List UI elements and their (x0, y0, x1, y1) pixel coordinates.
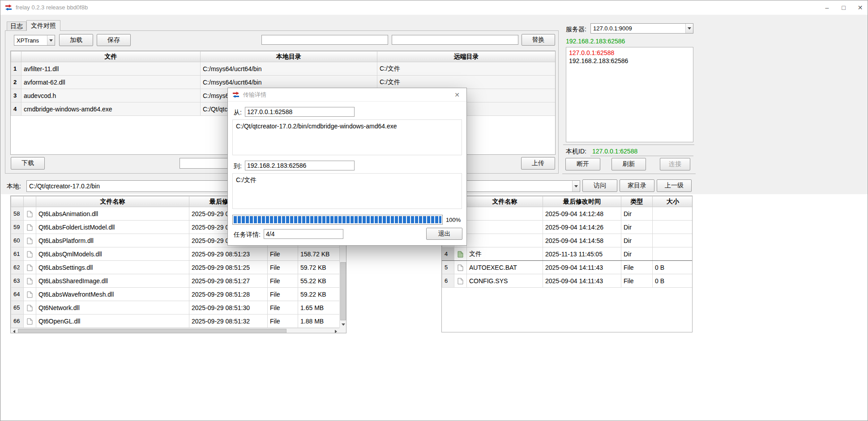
file-mtime-cell: 2025-09-04 14:11:43 (543, 261, 621, 274)
chevron-down-icon[interactable] (572, 181, 580, 191)
maximize-button[interactable]: □ (835, 0, 852, 15)
divider (562, 174, 696, 174)
local-path-label: 本地: (7, 183, 21, 191)
remote-files-header-mtime[interactable]: 最后修改时间 (543, 196, 621, 207)
local-file-row[interactable]: 62 Qt6LabsSettings.dll 2025-09-29 08:51:… (11, 261, 340, 274)
to-address-input[interactable] (245, 161, 355, 170)
remote-files-header-type[interactable]: 类型 (621, 196, 653, 207)
remote-files-table: 文件名称 最后修改时间 类型 大小 1 (441, 196, 693, 332)
file-icon (458, 278, 463, 285)
file-icon (27, 291, 33, 298)
home-dir-button[interactable]: 家目录 (620, 179, 654, 192)
row-number: 61 (11, 247, 24, 261)
file-name-cell (467, 207, 543, 221)
local-file-row[interactable]: 66 Qt6OpenGL.dll 2025-09-29 08:51:32 (11, 315, 340, 328)
chevron-down-icon[interactable] (47, 35, 55, 45)
tab-log[interactable]: 日志 (7, 21, 26, 31)
file-size-cell: 55.22 KB (298, 274, 340, 288)
mapping-corner-header (11, 51, 21, 62)
mapping-row[interactable]: 2 avformat-62.dll C:/msys64/ucrt64/bin C… (11, 76, 556, 89)
replace-button[interactable]: 替换 (522, 34, 555, 46)
mapping-row[interactable]: 1 avfilter-11.dll C:/msys64/ucrt64/bin C… (11, 62, 556, 76)
scroll-right-button[interactable] (333, 328, 339, 333)
save-button[interactable]: 保存 (97, 34, 131, 46)
local-files-hscrollbar[interactable] (11, 328, 339, 333)
disconnect-button[interactable]: 断开 (565, 158, 600, 170)
local-file-row[interactable]: 61 Qt6LabsQmlModels.dll 2025-09-29 08:51… (11, 247, 340, 261)
divider (563, 145, 694, 145)
to-path-textarea[interactable]: C:/文件 (232, 173, 462, 209)
scrollbar-thumb[interactable] (18, 329, 286, 333)
exit-button[interactable]: 退出 (426, 228, 462, 240)
connect-button[interactable]: 连接 (660, 158, 690, 170)
mapping-header-local[interactable]: 本地目录 (201, 51, 377, 62)
file-name-cell: Qt6LabsFolderListModel.dll (36, 221, 189, 234)
scrollbar-thumb[interactable] (340, 262, 346, 320)
upload-button[interactable]: 上传 (521, 157, 555, 170)
file-size-cell: 59.72 KB (298, 261, 340, 274)
local-file-row[interactable]: 65 Qt6Network.dll 2025-09-29 08:51:30 (11, 301, 340, 315)
row-number: 60 (11, 234, 24, 247)
mapping-header-file[interactable]: 文件 (21, 51, 201, 62)
peer-list[interactable]: 127.0.0.1:62588 192.168.2.183:62586 (566, 47, 693, 142)
visit-button[interactable]: 访问 (582, 179, 617, 192)
replace-input[interactable] (392, 35, 518, 45)
local-files-icon-header (24, 196, 36, 207)
remote-file-row[interactable]: 4 文件 2025-11-13 11:45:05 Dir (442, 247, 693, 261)
remote-files-header-name[interactable]: 文件名称 (467, 196, 543, 207)
dialog-close-icon[interactable]: ✕ (451, 90, 463, 100)
remote-file-row[interactable]: 6 CONFIG.SYS 2025-09-04 14:11:43 Fil (442, 274, 693, 288)
row-number: 62 (11, 261, 24, 274)
from-address-input[interactable] (245, 107, 355, 117)
server-select[interactable]: 127.0.0.1:9009 (590, 23, 693, 34)
remote-file-row[interactable]: 3 2025-09-04 14:14:58 Dir (442, 234, 693, 247)
up-level-button[interactable]: 上一级 (657, 179, 692, 192)
local-files-header-name[interactable]: 文件名称 (36, 196, 189, 207)
file-name-cell: CONFIG.SYS (467, 274, 543, 288)
mapping-local-cell: C:/msys64/ucrt64/bin (201, 62, 377, 76)
file-name-cell: Qt6LabsQmlModels.dll (36, 247, 189, 261)
load-button[interactable]: 加载 (59, 34, 93, 46)
profile-select[interactable]: XPTrans (14, 35, 55, 46)
dialog-title-bar[interactable]: 传输详情 ✕ (228, 88, 466, 102)
transfer-details-dialog: 传输详情 ✕ 从: C:/Qt/qtcreator-17.0.2/bin/cmd… (227, 88, 467, 246)
file-icon (27, 251, 33, 258)
row-number: 5 (442, 261, 454, 274)
title-bar[interactable]: frelay 0.2.3 release bbd0f8b – □ ✕ (0, 0, 868, 15)
close-button[interactable]: ✕ (852, 0, 868, 15)
peer-list-item[interactable]: 127.0.0.1:62588 (566, 49, 693, 57)
remote-file-row[interactable]: 5 AUTOEXEC.BAT 2025-09-04 14:11:43 F (442, 261, 693, 274)
file-type-cell: Dir (621, 234, 653, 247)
remote-files-header-size[interactable]: 大小 (653, 196, 693, 207)
remote-file-row[interactable]: 2 2025-09-04 14:14:26 Dir (442, 221, 693, 234)
local-file-row[interactable]: 64 Qt6LabsWavefrontMesh.dll 2025-09-29 0… (11, 288, 340, 301)
file-mtime-cell: 2025-09-29 08:51:32 (189, 315, 268, 328)
remote-file-row[interactable]: 1 2025-09-04 14:12:48 Dir (442, 207, 693, 221)
window-title: frelay 0.2.3 release bbd0f8b (16, 0, 88, 15)
find-input[interactable] (261, 35, 388, 45)
mapping-remote-cell: C:/文件 (377, 76, 556, 89)
refresh-button[interactable]: 刷新 (611, 158, 646, 170)
transfer-progress-bar (232, 215, 443, 225)
scroll-down-button[interactable] (340, 321, 346, 328)
file-mtime-cell: 2025-09-04 14:12:48 (543, 207, 621, 221)
file-type-cell: File (621, 274, 653, 288)
from-path-textarea[interactable]: C:/Qt/qtcreator-17.0.2/bin/cmdbridge-win… (232, 119, 462, 155)
row-number: 1 (11, 62, 21, 76)
file-icon (27, 278, 33, 285)
download-button[interactable]: 下载 (11, 157, 45, 170)
row-number: 64 (11, 288, 24, 301)
local-files-corner-header (11, 196, 24, 207)
tab-file-mapping[interactable]: 文件对照 (26, 20, 60, 31)
row-number: 6 (442, 274, 454, 288)
minimize-button[interactable]: – (819, 0, 835, 15)
scroll-left-button[interactable] (11, 328, 17, 333)
file-type-cell: Dir (621, 207, 653, 221)
to-label: 到: (234, 162, 242, 170)
task-details-input[interactable] (264, 229, 343, 239)
peer-list-item[interactable]: 192.168.2.183:62586 (566, 57, 693, 65)
chevron-down-icon[interactable] (685, 24, 693, 33)
local-file-row[interactable]: 63 Qt6LabsSharedImage.dll 2025-09-29 08:… (11, 274, 340, 288)
scrollbar-corner (339, 328, 346, 333)
mapping-header-remote[interactable]: 远端目录 (377, 51, 556, 62)
